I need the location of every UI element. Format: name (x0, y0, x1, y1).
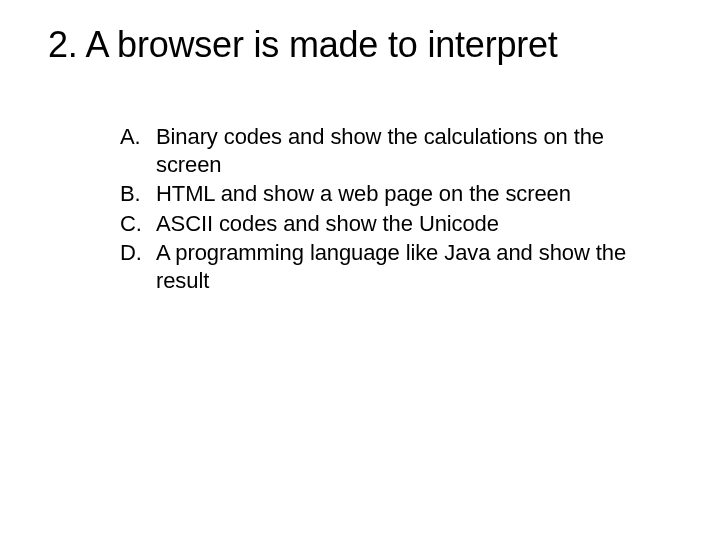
slide-container: 2. A browser is made to interpret A. Bin… (0, 0, 720, 294)
option-d: D. A programming language like Java and … (120, 239, 672, 294)
option-a: A. Binary codes and show the calculation… (120, 123, 672, 178)
option-marker: D. (120, 239, 150, 267)
option-marker: C. (120, 210, 150, 238)
option-text: A programming language like Java and sho… (156, 240, 626, 293)
options-list: A. Binary codes and show the calculation… (48, 123, 672, 294)
option-text: Binary codes and show the calculations o… (156, 124, 604, 177)
option-c: C. ASCII codes and show the Unicode (120, 210, 672, 238)
option-b: B. HTML and show a web page on the scree… (120, 180, 672, 208)
question-title: 2. A browser is made to interpret (48, 24, 672, 65)
option-marker: A. (120, 123, 150, 151)
option-text: ASCII codes and show the Unicode (156, 211, 499, 236)
option-marker: B. (120, 180, 150, 208)
option-text: HTML and show a web page on the screen (156, 181, 571, 206)
